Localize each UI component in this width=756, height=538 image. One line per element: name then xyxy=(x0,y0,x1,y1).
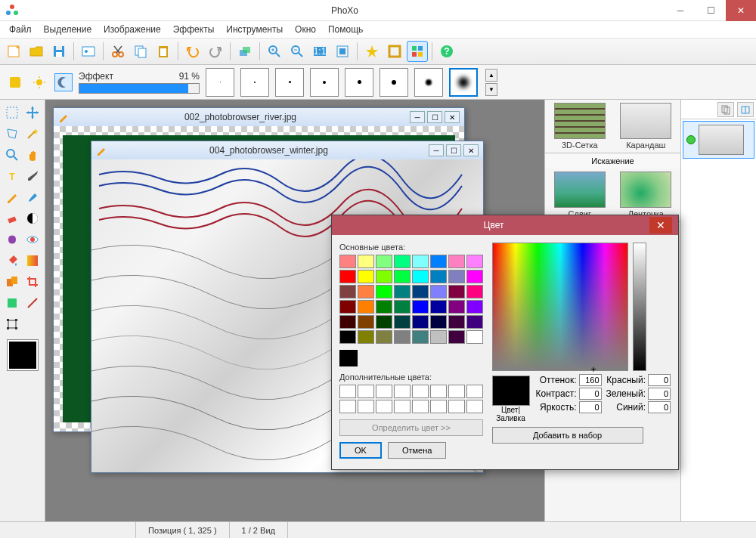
cancel-button[interactable]: Отмена xyxy=(388,442,446,459)
custom-color-cell[interactable] xyxy=(358,400,374,413)
custom-color-cell[interactable] xyxy=(394,400,411,413)
selected-color-big[interactable] xyxy=(339,350,358,366)
custom-color-cell[interactable] xyxy=(466,400,483,413)
copy-icon[interactable] xyxy=(130,41,151,62)
brush-size-6[interactable] xyxy=(380,68,408,97)
basic-color-cell[interactable] xyxy=(376,315,392,329)
smudge-icon[interactable] xyxy=(3,230,22,249)
brush-size-up[interactable]: ▲ xyxy=(485,69,497,82)
ok-button[interactable]: OK xyxy=(339,442,382,459)
basic-color-cell[interactable] xyxy=(376,330,392,344)
basic-color-cell[interactable] xyxy=(448,270,465,283)
menu-image[interactable]: Изображение xyxy=(98,22,167,37)
menu-help[interactable]: Помощь xyxy=(322,22,369,37)
zoom-icon[interactable] xyxy=(3,145,22,165)
transform-icon[interactable] xyxy=(3,314,22,334)
maximize-button[interactable]: ☐ xyxy=(696,0,726,21)
basic-color-cell[interactable] xyxy=(430,270,447,283)
brush-size-2[interactable] xyxy=(240,68,269,97)
basic-color-cell[interactable] xyxy=(412,300,429,314)
basic-color-cell[interactable] xyxy=(339,255,356,268)
basic-color-cell[interactable] xyxy=(339,285,356,298)
gradient-icon[interactable] xyxy=(23,251,42,271)
eraser-icon[interactable] xyxy=(3,209,22,228)
basic-color-cell[interactable] xyxy=(430,330,447,344)
basic-color-cell[interactable] xyxy=(448,285,465,298)
custom-color-cell[interactable] xyxy=(376,400,392,413)
shape-icon[interactable] xyxy=(3,293,22,313)
basic-color-cell[interactable] xyxy=(394,315,411,329)
basic-color-cell[interactable] xyxy=(466,330,483,344)
basic-color-cell[interactable] xyxy=(448,255,465,268)
basic-color-cell[interactable] xyxy=(430,285,447,298)
basic-color-cell[interactable] xyxy=(412,330,429,344)
hue-input[interactable] xyxy=(579,374,602,386)
layers-icon[interactable] xyxy=(234,41,256,62)
custom-color-cell[interactable] xyxy=(430,400,447,413)
doc-minimize[interactable]: ─ xyxy=(410,111,425,123)
brush-size-8[interactable] xyxy=(449,68,478,97)
effect-thumb-pencil[interactable]: Карандаш xyxy=(619,103,672,150)
basic-color-cell[interactable] xyxy=(412,315,429,329)
custom-color-cell[interactable] xyxy=(339,385,356,398)
menu-effects[interactable]: Эффекты xyxy=(167,22,221,37)
minimize-button[interactable]: ─ xyxy=(665,0,696,21)
basic-color-cell[interactable] xyxy=(394,285,411,298)
custom-color-cell[interactable] xyxy=(376,385,392,398)
redeye-icon[interactable] xyxy=(23,230,42,249)
basic-color-cell[interactable] xyxy=(358,255,374,268)
effect-thumb-ribbon[interactable]: Ленточка xyxy=(619,172,672,218)
basic-color-cell[interactable] xyxy=(358,315,374,329)
color-dialog-close[interactable]: ✕ xyxy=(649,217,672,233)
basic-color-cell[interactable] xyxy=(448,330,465,344)
basic-color-cell[interactable] xyxy=(412,285,429,298)
basic-color-cell[interactable] xyxy=(430,315,447,329)
basic-color-cell[interactable] xyxy=(358,300,374,314)
basic-color-cell[interactable] xyxy=(376,270,392,283)
moon-icon[interactable] xyxy=(54,73,73,91)
note-icon[interactable] xyxy=(6,73,24,91)
brush-size-5[interactable] xyxy=(345,68,373,97)
custom-color-cell[interactable] xyxy=(412,385,429,398)
zoom-in-icon[interactable] xyxy=(264,41,285,62)
cut-icon[interactable] xyxy=(107,41,129,62)
custom-color-cell[interactable] xyxy=(430,385,447,398)
green-input[interactable] xyxy=(648,388,671,400)
basic-color-cell[interactable] xyxy=(394,270,411,283)
basic-color-cell[interactable] xyxy=(466,300,483,314)
lasso-icon[interactable] xyxy=(3,124,22,144)
doc-close[interactable]: ✕ xyxy=(463,144,479,156)
zoom-fit-icon[interactable] xyxy=(332,41,353,62)
sat-input[interactable] xyxy=(579,388,602,400)
brush-size-7[interactable] xyxy=(414,68,443,97)
menu-file[interactable]: Файл xyxy=(3,22,38,37)
brush-size-down[interactable]: ▼ xyxy=(485,83,497,96)
doc-minimize[interactable]: ─ xyxy=(429,144,444,156)
layers-copy-icon[interactable] xyxy=(717,102,734,117)
new-icon[interactable] xyxy=(3,41,24,62)
custom-color-cell[interactable] xyxy=(448,385,465,398)
layer-item[interactable] xyxy=(683,121,754,159)
brush-icon[interactable] xyxy=(23,187,42,207)
basic-color-cell[interactable] xyxy=(339,315,356,329)
sun-icon[interactable] xyxy=(30,73,48,91)
fill-icon[interactable] xyxy=(3,251,22,271)
hand-icon[interactable] xyxy=(23,145,42,165)
custom-color-cell[interactable] xyxy=(448,400,465,413)
custom-color-cell[interactable] xyxy=(466,385,483,398)
basic-color-cell[interactable] xyxy=(358,270,374,283)
brush-size-1[interactable] xyxy=(206,68,234,97)
brush-size-3[interactable] xyxy=(275,68,304,97)
frame-icon[interactable] xyxy=(384,41,405,62)
sharpen-icon[interactable] xyxy=(23,209,42,228)
redo-icon[interactable] xyxy=(205,41,226,62)
rect-select-icon[interactable] xyxy=(3,103,22,122)
basic-color-cell[interactable] xyxy=(339,270,356,283)
red-input[interactable] xyxy=(648,374,671,386)
move-icon[interactable] xyxy=(23,103,42,122)
help-icon[interactable]: ? xyxy=(436,41,457,62)
basic-color-cell[interactable] xyxy=(376,255,392,268)
doc-close[interactable]: ✕ xyxy=(445,111,460,123)
basic-color-cell[interactable] xyxy=(466,255,483,268)
luminance-bar[interactable] xyxy=(633,243,646,371)
